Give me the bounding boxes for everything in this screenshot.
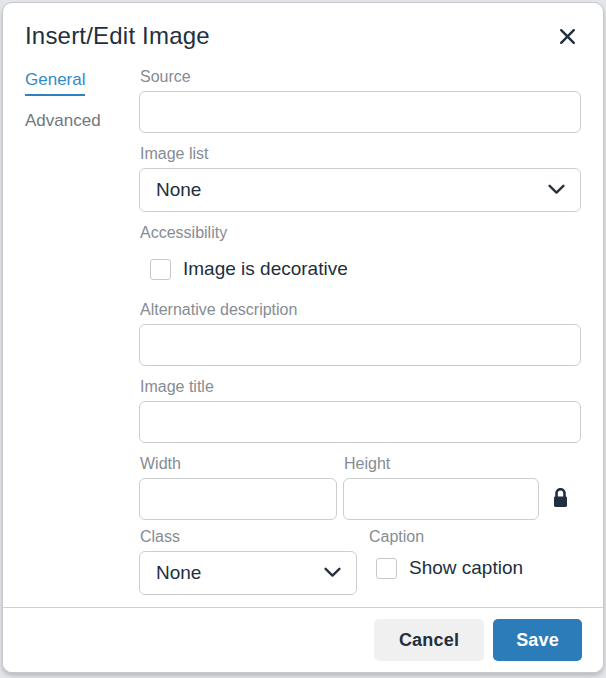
class-field: Class None — [139, 528, 357, 595]
dialog-header: Insert/Edit Image — [3, 3, 603, 62]
accessibility-section: Accessibility — [139, 224, 581, 247]
class-select[interactable]: None — [139, 551, 357, 595]
alt-description-input[interactable] — [139, 324, 581, 366]
image-list-selected-value: None — [156, 179, 201, 201]
tab-advanced[interactable]: Advanced — [25, 111, 139, 131]
caption-field: Caption Show caption — [368, 528, 523, 595]
close-icon — [558, 34, 577, 49]
source-label: Source — [140, 68, 581, 86]
class-selected-value: None — [156, 562, 201, 584]
decorative-checkbox-label: Image is decorative — [183, 258, 348, 280]
close-button[interactable] — [554, 23, 581, 50]
source-input[interactable] — [139, 91, 581, 133]
image-form: Source Image list None Accessibility — [139, 68, 581, 607]
image-title-field: Image title — [139, 378, 581, 443]
tab-advanced-label: Advanced — [25, 111, 101, 130]
save-button[interactable]: Save — [493, 619, 582, 661]
constrain-proportions-button[interactable] — [550, 486, 571, 511]
class-caption-row: Class None Caption Show capti — [139, 528, 581, 595]
tab-general-label: General — [25, 70, 85, 96]
width-label: Width — [140, 455, 337, 473]
class-label: Class — [140, 528, 357, 546]
accessibility-label: Accessibility — [140, 224, 581, 242]
height-field: Height — [343, 455, 539, 520]
show-caption-checkbox[interactable] — [376, 558, 397, 579]
width-field: Width — [139, 455, 337, 520]
lock-icon — [552, 497, 569, 512]
decorative-checkbox-row: Image is decorative — [150, 258, 581, 280]
show-caption-checkbox-row: Show caption — [376, 557, 523, 579]
image-title-input[interactable] — [139, 401, 581, 443]
caption-label: Caption — [369, 528, 523, 546]
chevron-down-icon — [548, 181, 565, 199]
image-list-label: Image list — [140, 145, 581, 163]
image-list-field: Image list None — [139, 145, 581, 212]
alt-description-label: Alternative description — [140, 301, 581, 319]
dialog-footer: Cancel Save — [3, 607, 603, 672]
tab-general[interactable]: General — [25, 70, 139, 96]
dialog-body: General Advanced Source Image list None — [3, 62, 603, 607]
cancel-button[interactable]: Cancel — [374, 619, 484, 661]
dimensions-row: Width Height — [139, 455, 581, 520]
image-list-select[interactable]: None — [139, 168, 581, 212]
insert-edit-image-dialog: Insert/Edit Image General Advanced Sourc… — [2, 2, 604, 673]
width-input[interactable] — [139, 478, 337, 520]
height-label: Height — [344, 455, 539, 473]
constrain-proportions-wrap — [539, 455, 581, 520]
image-title-label: Image title — [140, 378, 581, 396]
alt-description-field: Alternative description — [139, 301, 581, 366]
decorative-checkbox[interactable] — [150, 259, 171, 280]
source-field: Source — [139, 68, 581, 133]
height-input[interactable] — [343, 478, 539, 520]
tab-nav: General Advanced — [25, 68, 139, 607]
chevron-down-icon — [324, 564, 341, 582]
show-caption-checkbox-label: Show caption — [409, 557, 523, 579]
dialog-title: Insert/Edit Image — [25, 22, 210, 50]
